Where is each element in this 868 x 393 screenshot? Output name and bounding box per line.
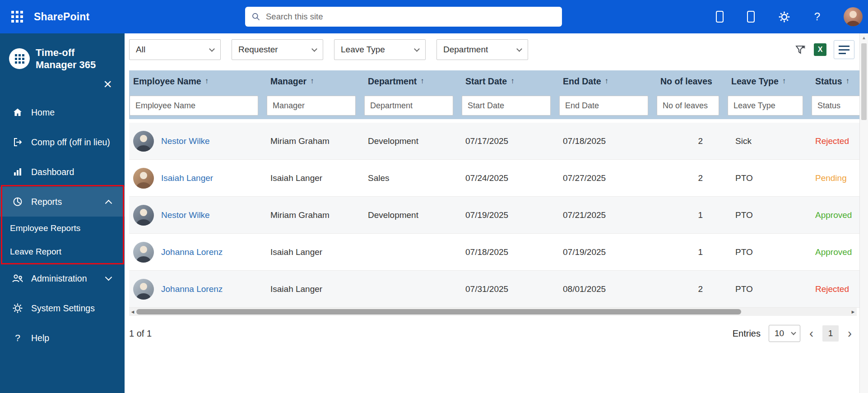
no-of-leaves-filter-input[interactable] — [657, 96, 719, 116]
column-header-department[interactable]: Department ↑ — [364, 76, 461, 87]
app-launcher-icon[interactable] — [11, 11, 23, 23]
column-header-no-of-leaves[interactable]: No of leaves — [656, 76, 727, 87]
table-row[interactable]: Nestor Wilke Miriam Graham Development 0… — [129, 123, 868, 160]
leave-type-cell: PTO — [727, 173, 811, 183]
comp-off-icon — [12, 136, 23, 148]
current-page-button[interactable]: 1 — [822, 325, 839, 342]
site-search[interactable] — [245, 7, 562, 27]
next-page-button[interactable]: › — [847, 328, 853, 340]
filter-dropdown-department[interactable]: Department — [436, 39, 528, 60]
help-icon[interactable]: ? — [814, 10, 820, 23]
horizontal-scrollbar-thumb[interactable] — [136, 309, 741, 314]
column-header-leave-type[interactable]: Leave Type ↑ — [727, 76, 811, 87]
manager-filter-input[interactable] — [267, 96, 356, 116]
search-input[interactable] — [266, 12, 556, 22]
table-row[interactable]: Johanna Lorenz Isaiah Langer 07/18/2025 … — [129, 234, 868, 271]
dropdown-value: Requester — [238, 45, 278, 55]
vertical-scrollbar[interactable]: ▲ — [859, 33, 868, 393]
employee-name-link[interactable]: Nestor Wilke — [161, 136, 210, 146]
filter-toolbar: All Requester Leave Type Department X — [129, 39, 868, 60]
employee-avatar — [133, 279, 154, 300]
start-date-cell: 07/31/2025 — [461, 284, 559, 294]
filter-dropdown-leave-type[interactable]: Leave Type — [334, 39, 426, 60]
filter-dropdown-requester[interactable]: Requester — [232, 39, 323, 60]
sidebar-item-administration[interactable]: Administration — [0, 264, 125, 293]
sidebar-item-home[interactable]: Home — [0, 97, 125, 127]
table-actions: X — [794, 40, 854, 59]
sidebar-item-help[interactable]: ? Help — [0, 323, 125, 353]
sidebar-item-label: Help — [31, 333, 49, 343]
close-icon[interactable]: × — [103, 77, 112, 91]
sidebar-item-dashboard[interactable]: Dashboard — [0, 157, 125, 187]
end-date-cell: 07/21/2025 — [559, 210, 656, 220]
column-header-start-date[interactable]: Start Date ↑ — [461, 76, 559, 87]
sidebar-item-comp-off[interactable]: Comp off (off in lieu) — [0, 127, 125, 157]
column-header-manager[interactable]: Manager ↑ — [266, 76, 364, 87]
chevron-down-icon — [791, 330, 796, 335]
table-header-row: Employee Name ↑ Manager ↑ Department ↑ S… — [129, 70, 868, 92]
no-of-leaves-cell: 2 — [656, 173, 727, 183]
dropdown-value: Department — [443, 45, 488, 55]
table-row[interactable]: Johanna Lorenz Isaiah Langer 07/31/2025 … — [129, 271, 868, 308]
column-header-employee-name[interactable]: Employee Name ↑ — [129, 76, 266, 87]
start-date-cell: 07/18/2025 — [461, 247, 559, 257]
sidebar-item-leave-report[interactable]: Leave Report — [0, 240, 125, 264]
leave-type-filter-input[interactable] — [728, 96, 803, 116]
dropdown-value: All — [136, 45, 145, 55]
employee-avatar — [133, 205, 154, 226]
previous-page-button[interactable]: ‹ — [808, 328, 814, 340]
sort-asc-icon: ↑ — [205, 77, 209, 86]
end-date-filter-input[interactable] — [559, 96, 648, 116]
no-of-leaves-cell: 1 — [656, 210, 727, 220]
department-cell: Development — [364, 210, 461, 220]
filter-dropdown-all[interactable]: All — [129, 39, 221, 60]
start-date-cell: 07/19/2025 — [461, 210, 559, 220]
chevron-down-icon — [414, 46, 420, 52]
employee-cell: Johanna Lorenz — [129, 279, 266, 300]
view-options-button[interactable] — [834, 40, 854, 59]
manager-cell: Isaiah Langer — [266, 247, 364, 257]
status-filter-input[interactable] — [812, 96, 863, 116]
chevron-up-icon — [105, 199, 112, 207]
column-header-end-date[interactable]: End Date ↑ — [559, 76, 656, 87]
sidebar-item-reports[interactable]: Reports — [0, 187, 125, 217]
column-label: Manager — [270, 76, 306, 87]
end-date-cell: 07/27/2025 — [559, 173, 656, 183]
scroll-up-icon[interactable]: ▲ — [860, 33, 868, 42]
sidebar-item-label: Employee Reports — [10, 223, 80, 233]
table-row[interactable]: Nestor Wilke Miriam Graham Development 0… — [129, 197, 868, 234]
sort-asc-icon: ↑ — [846, 77, 850, 86]
start-date-filter-input[interactable] — [462, 96, 551, 116]
employee-name-filter-input[interactable] — [130, 96, 258, 116]
excel-export-icon[interactable]: X — [814, 43, 826, 56]
settings-gear-icon[interactable] — [778, 10, 791, 23]
table-filter-row — [129, 92, 868, 119]
vertical-scrollbar-thumb[interactable] — [861, 43, 867, 120]
device-icon-2[interactable] — [747, 11, 755, 23]
sidebar-item-label: System Settings — [31, 303, 95, 314]
department-filter-input[interactable] — [364, 96, 453, 116]
entries-label: Entries — [733, 328, 761, 339]
horizontal-scrollbar[interactable]: ◄ ► — [129, 308, 857, 316]
end-date-cell: 07/19/2025 — [559, 247, 656, 257]
table-row[interactable]: Isaiah Langer Isaiah Langer Sales 07/24/… — [129, 160, 868, 197]
scroll-left-icon[interactable]: ◄ — [129, 308, 136, 316]
leave-type-cell: PTO — [727, 247, 811, 257]
chevron-down-icon — [209, 46, 215, 52]
column-label: No of leaves — [660, 76, 712, 87]
sidebar-item-employee-reports[interactable]: Employee Reports — [0, 217, 125, 240]
sharepoint-logo[interactable]: SharePoint — [34, 11, 89, 23]
device-icon-1[interactable] — [716, 11, 724, 23]
reports-icon — [12, 196, 23, 208]
employee-name-link[interactable]: Johanna Lorenz — [161, 284, 223, 294]
suite-header: SharePoint ? — [0, 0, 868, 33]
user-avatar[interactable] — [844, 7, 863, 26]
no-of-leaves-cell: 2 — [656, 284, 727, 294]
scroll-right-icon[interactable]: ► — [849, 308, 857, 316]
employee-name-link[interactable]: Isaiah Langer — [161, 173, 213, 183]
page-size-select[interactable]: 10 — [769, 325, 800, 342]
clear-filter-icon[interactable] — [794, 44, 807, 55]
employee-name-link[interactable]: Nestor Wilke — [161, 210, 210, 220]
employee-name-link[interactable]: Johanna Lorenz — [161, 247, 223, 257]
sidebar-item-system-settings[interactable]: System Settings — [0, 293, 125, 323]
